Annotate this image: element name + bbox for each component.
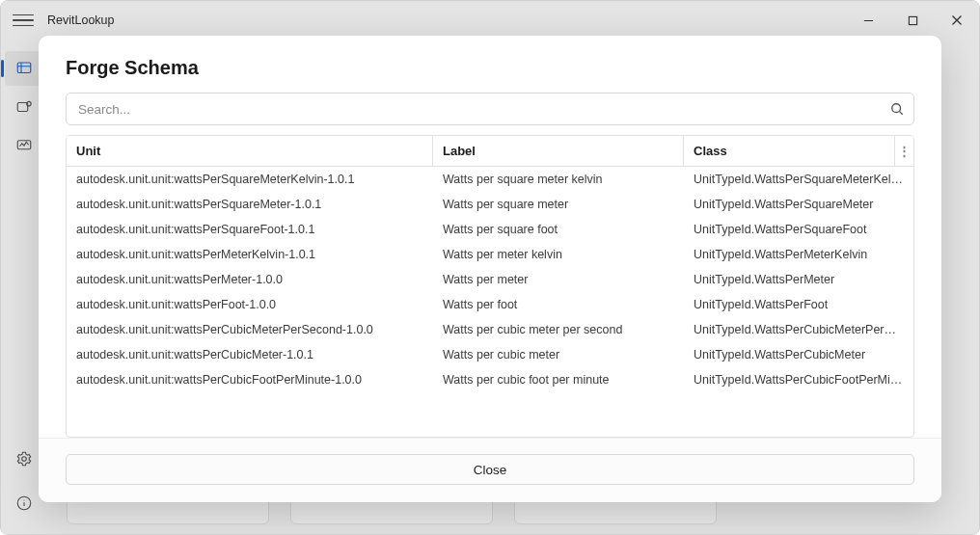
cell-unit: autodesk.unit.unit:wattsPerSquareFoot-1.… — [67, 223, 433, 236]
cell-class: UnitTypeId.WattsPerCubicMeter — [684, 348, 913, 361]
table-row[interactable]: autodesk.unit.unit:wattsPerCubicFootPerM… — [67, 367, 913, 392]
column-header-unit[interactable]: Unit — [67, 136, 433, 166]
table-row[interactable]: autodesk.unit.unit:wattsPerSquareMeter-1… — [67, 192, 913, 217]
svg-line-15 — [900, 112, 903, 115]
dialog-body: Unit Label Class ⋮ autodesk.unit.unit:wa… — [39, 93, 941, 438]
cell-label: Watts per foot — [433, 298, 684, 311]
column-overflow-button[interactable]: ⋮ — [894, 136, 913, 166]
table-row[interactable]: autodesk.unit.unit:wattsPerMeterKelvin-1… — [67, 242, 913, 267]
modal-overlay: Forge Schema Unit Label Class ⋮ a — [1, 1, 979, 534]
dialog-title: Forge Schema — [66, 57, 914, 79]
close-button[interactable]: Close — [66, 454, 914, 485]
cell-label: Watts per meter kelvin — [433, 248, 684, 261]
app-window: RevitLookup — [0, 0, 980, 535]
cell-class: UnitTypeId.WattsPerMeterKelvin — [684, 248, 913, 261]
table-row[interactable]: autodesk.unit.unit:wattsPerCubicMeter-1.… — [67, 342, 913, 367]
cell-unit: autodesk.unit.unit:wattsPerFoot-1.0.0 — [67, 298, 433, 311]
column-header-label[interactable]: Label — [433, 136, 684, 166]
cell-unit: autodesk.unit.unit:wattsPerSquareMeter-1… — [67, 198, 433, 211]
cell-label: Watts per cubic meter per second — [433, 323, 684, 336]
search-row — [66, 93, 914, 125]
cell-class: UnitTypeId.WattsPerSquareFoot — [684, 223, 913, 236]
table-row[interactable]: autodesk.unit.unit:wattsPerCubicMeterPer… — [67, 317, 913, 342]
cell-unit: autodesk.unit.unit:wattsPerMeterKelvin-1… — [67, 248, 433, 261]
cell-unit: autodesk.unit.unit:wattsPerCubicMeterPer… — [67, 323, 433, 336]
dialog-footer: Close — [39, 438, 941, 502]
cell-class: UnitTypeId.WattsPerFoot — [684, 298, 913, 311]
column-header-class[interactable]: Class — [684, 136, 894, 166]
cell-unit: autodesk.unit.unit:wattsPerCubicFootPerM… — [67, 373, 433, 387]
dialog-header: Forge Schema — [39, 36, 941, 93]
table-row[interactable]: autodesk.unit.unit:wattsPerMeter-1.0.0Wa… — [67, 267, 913, 292]
schema-table: Unit Label Class ⋮ autodesk.unit.unit:wa… — [66, 135, 914, 438]
cell-label: Watts per square meter kelvin — [433, 173, 684, 186]
svg-point-14 — [892, 104, 901, 113]
cell-unit: autodesk.unit.unit:wattsPerCubicMeter-1.… — [67, 348, 433, 361]
table-row[interactable]: autodesk.unit.unit:wattsPerSquareMeterKe… — [67, 167, 913, 192]
cell-label: Watts per meter — [433, 273, 684, 286]
table-row[interactable]: autodesk.unit.unit:wattsPerSquareFoot-1.… — [67, 217, 913, 242]
cell-unit: autodesk.unit.unit:wattsPerMeter-1.0.0 — [67, 273, 433, 286]
cell-unit: autodesk.unit.unit:wattsPerSquareMeterKe… — [67, 173, 433, 186]
cell-class: UnitTypeId.WattsPerSquareMeter — [684, 198, 913, 211]
search-input[interactable] — [66, 93, 914, 125]
cell-class: UnitTypeId.WattsPerCubicMeterPerSecond — [684, 323, 913, 336]
cell-class: UnitTypeId.WattsPerMeter — [684, 273, 913, 286]
forge-schema-dialog: Forge Schema Unit Label Class ⋮ a — [39, 36, 941, 502]
cell-label: Watts per square meter — [433, 198, 684, 211]
search-icon — [889, 101, 905, 117]
cell-label: Watts per cubic meter — [433, 348, 684, 361]
table-body[interactable]: autodesk.unit.unit:wattsPerSquareMeterKe… — [67, 167, 913, 437]
cell-class: UnitTypeId.WattsPerSquareMeterKelvin — [684, 173, 913, 186]
cell-label: Watts per square foot — [433, 223, 684, 236]
cell-class: UnitTypeId.WattsPerCubicFootPerMinute — [684, 373, 913, 387]
table-header: Unit Label Class ⋮ — [67, 136, 913, 167]
cell-label: Watts per cubic foot per minute — [433, 373, 684, 387]
table-row[interactable]: autodesk.unit.unit:wattsPerFoot-1.0.0Wat… — [67, 292, 913, 317]
